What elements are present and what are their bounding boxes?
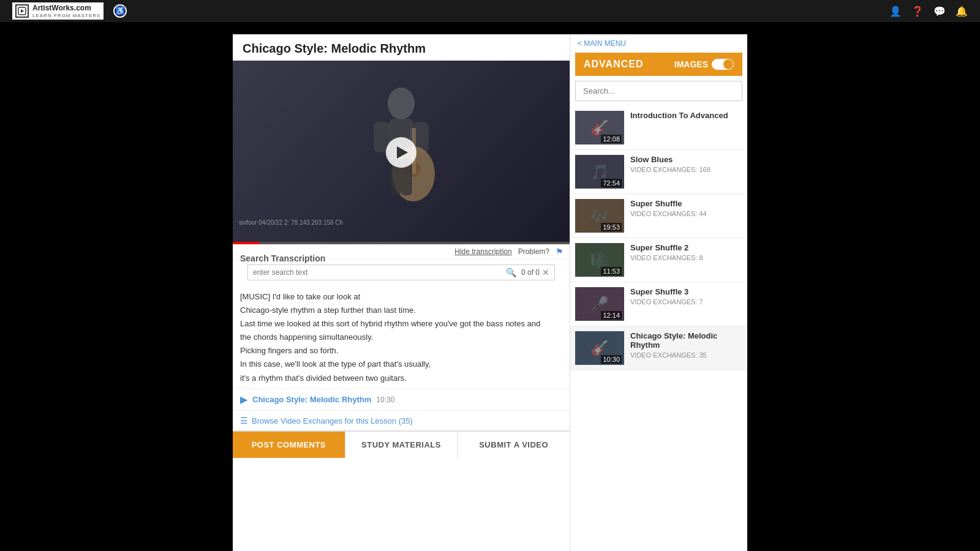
lesson-name: Super Shuffle 2 — [630, 243, 742, 252]
now-playing-bar: ▶ Chicago Style: Melodic Rhythm 10:30 — [233, 388, 570, 410]
lesson-info: Super Shuffle 3 VIDEO EXCHANGES: 7 — [630, 287, 742, 305]
chat-icon[interactable]: 💬 — [933, 6, 946, 17]
thumb-figure-icon: 🎶 — [590, 208, 609, 225]
images-toggle[interactable]: IMAGES — [674, 59, 734, 70]
lesson-item[interactable]: 🎸 12:08 Introduction To Advanced — [570, 106, 747, 150]
lesson-thumb: 🎼 11:53 — [575, 243, 624, 277]
right-column: < MAIN MENU ADVANCED IMAGES — [570, 34, 747, 551]
play-button[interactable] — [386, 137, 417, 168]
tabs-bar: POST COMMENTSSTUDY MATERIALSSUBMIT A VID… — [233, 430, 570, 458]
sidebar-search-bar — [575, 81, 742, 101]
transcription-line: the chords happening simultaneously. — [240, 331, 562, 344]
lesson-thumb: 🎸 12:08 — [575, 111, 624, 144]
search-transcription-label: Search Transcription — [240, 253, 325, 263]
exchanges-link[interactable]: ☰ Browse Video Exchanges for this Lesson… — [240, 416, 562, 425]
lesson-exchanges: VIDEO EXCHANGES: 35 — [630, 351, 742, 359]
top-bar: ArtistWorks.com LEARN FROM MASTERS ♿ 👤 ❓… — [0, 0, 980, 22]
lesson-title: Chicago Style: Melodic Rhythm — [233, 34, 570, 61]
now-playing-time: 10:30 — [376, 395, 394, 404]
lesson-name: Introduction To Advanced — [630, 111, 742, 120]
help-icon[interactable]: ❓ — [911, 6, 924, 17]
lesson-info: Super Shuffle VIDEO EXCHANGES: 44 — [630, 199, 742, 217]
images-label: IMAGES — [674, 59, 708, 69]
lesson-name: Super Shuffle — [630, 199, 742, 208]
search-transcription-wrapper: Search Transcription 🔍 0 of 0 ✕ — [240, 264, 562, 280]
svg-point-2 — [388, 88, 415, 119]
logo-sub: LEARN FROM MASTERS — [32, 13, 100, 18]
tab-submit-a-video[interactable]: SUBMIT A VIDEO — [457, 432, 570, 458]
transcription-line: [MUSIC] I'd like to take our look at — [240, 290, 562, 304]
video-progress-bar[interactable] — [233, 242, 570, 244]
logo-text-block: ArtistWorks.com LEARN FROM MASTERS — [32, 4, 100, 18]
lesson-item[interactable]: 🎼 11:53 Super Shuffle 2 VIDEO EXCHANGES:… — [570, 238, 747, 282]
logo-name: ArtistWorks.com — [32, 4, 100, 12]
lesson-item[interactable]: 🎤 12:14 Super Shuffle 3 VIDEO EXCHANGES:… — [570, 282, 747, 326]
lesson-info: Super Shuffle 2 VIDEO EXCHANGES: 8 — [630, 243, 742, 261]
top-icons: 👤 ❓ 💬 🔔 — [889, 6, 968, 17]
lesson-name: Chicago Style: Melodic Rhythm — [630, 331, 742, 350]
advanced-label: ADVANCED — [584, 59, 643, 70]
accessibility-icon[interactable]: ♿ — [113, 4, 127, 18]
lesson-info: Slow Blues VIDEO EXCHANGES: 168 — [630, 155, 742, 173]
transcription-line: Chicago-style rhythm a step further than… — [240, 304, 562, 317]
search-close-button[interactable]: ✕ — [542, 268, 549, 277]
search-input[interactable] — [253, 268, 506, 277]
problem-link[interactable]: Problem? — [518, 247, 549, 256]
lesson-item[interactable]: 🎸 10:30 Chicago Style: Melodic Rhythm VI… — [570, 326, 747, 370]
lesson-exchanges: VIDEO EXCHANGES: 8 — [630, 254, 742, 261]
toggle-switch[interactable] — [712, 59, 734, 70]
transcription-line: Picking fingers and so forth. — [240, 344, 562, 358]
flag-icon[interactable]: ⚑ — [556, 247, 564, 257]
lesson-thumb: 🎸 10:30 — [575, 331, 624, 365]
left-column: Chicago Style: Melodic Rhythm — [233, 34, 570, 551]
video-container: sixfour 04/20/22 2: 78.143.203.158 Ch — [233, 61, 570, 244]
lesson-thumb: 🎶 19:53 — [575, 199, 624, 233]
search-icon[interactable]: 🔍 — [506, 268, 516, 277]
lesson-item[interactable]: 🎶 19:53 Super Shuffle VIDEO EXCHANGES: 4… — [570, 194, 747, 238]
lesson-exchanges: VIDEO EXCHANGES: 168 — [630, 166, 742, 173]
logo-box: ArtistWorks.com LEARN FROM MASTERS — [12, 2, 104, 19]
tab-post-comments[interactable]: POST COMMENTS — [233, 432, 345, 458]
lesson-exchanges: VIDEO EXCHANGES: 44 — [630, 210, 742, 217]
video-exchanges-section: ☰ Browse Video Exchanges for this Lesson… — [233, 410, 570, 430]
lesson-exchanges: VIDEO EXCHANGES: 7 — [630, 298, 742, 305]
lesson-thumb: 🎵 72:54 — [575, 155, 624, 189]
video-progress-fill — [233, 242, 260, 244]
transcription-area: [MUSIC] I'd like to take our look atChic… — [240, 285, 562, 383]
list-icon: ☰ — [240, 416, 248, 425]
lesson-duration: 12:14 — [601, 311, 622, 320]
lesson-duration: 12:08 — [601, 135, 622, 143]
page-wrapper: Chicago Style: Melodic Rhythm — [233, 34, 747, 551]
transcription-line: In this case, we'll look at the type of … — [240, 358, 562, 371]
advanced-images-bar: ADVANCED IMAGES — [575, 53, 742, 76]
lesson-list: 🎸 12:08 Introduction To Advanced 🎵 72:54… — [570, 106, 747, 370]
tab-study-materials[interactable]: STUDY MATERIALS — [345, 432, 458, 458]
video-watermark: sixfour 04/20/22 2: 78.143.203.158 Ch — [239, 219, 343, 226]
hide-transcription-link[interactable]: Hide transcription — [454, 247, 511, 256]
transcription-line: Last time we looked at this sort of hybr… — [240, 317, 562, 331]
main-menu-link[interactable]: < MAIN MENU — [570, 34, 747, 53]
lesson-duration: 72:54 — [601, 179, 622, 187]
logo-area: ArtistWorks.com LEARN FROM MASTERS ♿ — [12, 2, 127, 19]
search-box: 🔍 0 of 0 ✕ — [247, 264, 555, 280]
lesson-duration: 11:53 — [601, 267, 622, 276]
main-content: Chicago Style: Melodic Rhythm — [0, 22, 980, 551]
svg-marker-1 — [21, 9, 24, 13]
thumb-figure-icon: 🎸 — [590, 340, 609, 357]
exchanges-link-text: Browse Video Exchanges for this Lesson (… — [252, 416, 413, 425]
thumb-figure-icon: 🎤 — [590, 296, 609, 313]
lesson-thumb: 🎤 12:14 — [575, 287, 624, 321]
now-playing-icon: ▶ — [240, 394, 247, 405]
thumb-figure-icon: 🎸 — [590, 119, 609, 137]
sidebar-search-input[interactable] — [575, 81, 742, 101]
user-icon[interactable]: 👤 — [889, 6, 902, 17]
lesson-name: Slow Blues — [630, 155, 742, 164]
lesson-item[interactable]: 🎵 72:54 Slow Blues VIDEO EXCHANGES: 168 — [570, 150, 747, 194]
bell-icon[interactable]: 🔔 — [956, 6, 968, 17]
play-triangle-icon — [397, 146, 408, 159]
transcription-line: it's a rhythm that's divided between two… — [240, 372, 562, 383]
lesson-duration: 10:30 — [601, 355, 622, 364]
logo-icon — [15, 4, 29, 18]
now-playing-title[interactable]: Chicago Style: Melodic Rhythm — [252, 395, 371, 404]
lesson-info: Introduction To Advanced — [630, 111, 742, 122]
